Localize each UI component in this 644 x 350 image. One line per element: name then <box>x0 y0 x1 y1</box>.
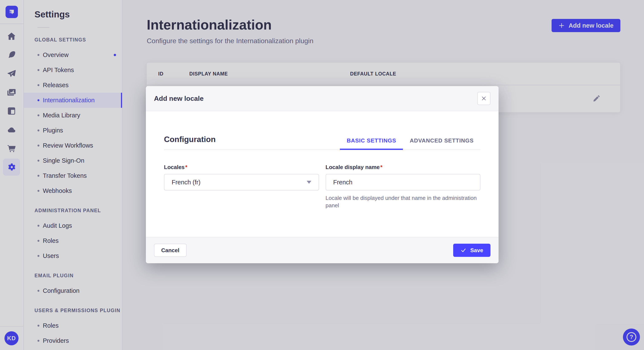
form-row: Locales* French (fr) Locale display name… <box>164 164 480 209</box>
display-name-help: Locale will be displayed under that name… <box>326 194 481 209</box>
chevron-down-icon <box>307 181 311 184</box>
display-name-input-wrap <box>326 174 481 190</box>
modal-body: Configuration BASIC SETTINGS ADVANCED SE… <box>146 111 498 237</box>
modal-header: Add new locale <box>146 86 498 111</box>
close-icon <box>481 96 486 101</box>
cancel-button[interactable]: Cancel <box>154 244 186 257</box>
tab-advanced-settings[interactable]: ADVANCED SETTINGS <box>403 137 480 150</box>
check-icon <box>460 247 466 253</box>
locales-label: Locales* <box>164 164 319 171</box>
configuration-header: Configuration BASIC SETTINGS ADVANCED SE… <box>164 111 480 150</box>
display-name-input[interactable] <box>333 179 473 186</box>
add-locale-modal: Add new locale Configuration BASIC SETTI… <box>146 86 498 263</box>
display-name-label: Locale display name* <box>326 164 481 171</box>
tab-list: BASIC SETTINGS ADVANCED SETTINGS <box>340 137 480 150</box>
locales-select-value: French (fr) <box>172 179 200 186</box>
required-asterisk: * <box>380 164 382 170</box>
locales-field: Locales* French (fr) <box>164 164 319 209</box>
locales-select[interactable]: French (fr) <box>164 174 319 190</box>
configuration-title: Configuration <box>164 135 216 150</box>
modal-title: Add new locale <box>154 95 204 103</box>
tab-basic-settings[interactable]: BASIC SETTINGS <box>340 137 403 150</box>
required-asterisk: * <box>185 164 188 170</box>
display-name-field: Locale display name* Locale will be disp… <box>326 164 481 209</box>
modal-footer: Cancel Save <box>146 237 498 263</box>
save-button[interactable]: Save <box>453 244 490 257</box>
close-button[interactable] <box>477 92 490 105</box>
